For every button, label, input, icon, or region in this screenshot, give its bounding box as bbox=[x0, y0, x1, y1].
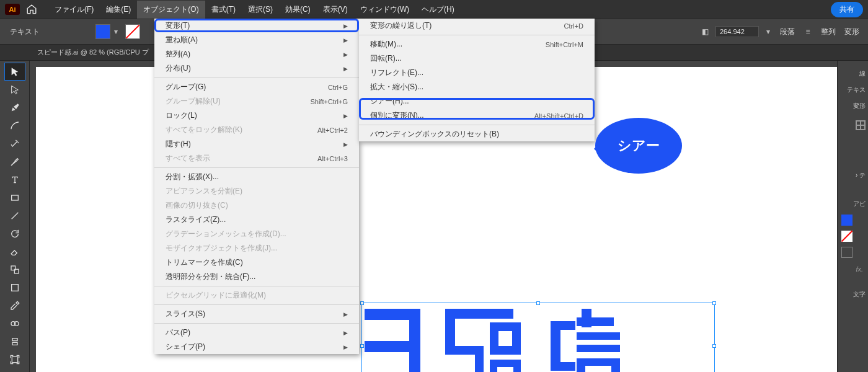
object-menu: 変形(T)重ね順(A)整列(A)分布(U)グループ(G)Ctrl+Gグループ解除… bbox=[154, 19, 359, 354]
menu-item[interactable]: スライス(S) bbox=[154, 307, 359, 321]
menu-item: ピクセルグリッドに最適化(M) bbox=[154, 288, 359, 303]
line-tool[interactable] bbox=[5, 207, 25, 224]
menu-item: モザイクオブジェクトを作成(J)... bbox=[154, 241, 359, 255]
app-logo: Ai bbox=[5, 4, 20, 15]
menu-item[interactable]: グループ(G)Ctrl+G bbox=[154, 80, 359, 94]
menu-item: グループ解除(U)Shift+Ctrl+G bbox=[154, 94, 359, 108]
submenu-item[interactable]: 回転(R)... bbox=[359, 51, 595, 66]
menu-item[interactable]: シェイプ(P) bbox=[154, 340, 359, 354]
menu-item[interactable]: 分割・拡張(X)... bbox=[154, 170, 359, 184]
wand-tool[interactable] bbox=[5, 135, 25, 152]
rtab-char[interactable]: 文字 bbox=[838, 286, 868, 303]
scale-tool[interactable] bbox=[5, 261, 25, 278]
selection-label: テキスト bbox=[10, 27, 40, 37]
transform-label[interactable]: 変形 bbox=[844, 27, 859, 37]
svg-rect-3 bbox=[11, 284, 18, 291]
fx-label[interactable]: fx. bbox=[843, 265, 863, 273]
menu-item[interactable]: パス(P) bbox=[154, 326, 359, 340]
appearance-fill[interactable] bbox=[841, 215, 852, 226]
submenu-item[interactable]: 移動(M)...Shift+Ctrl+M bbox=[359, 37, 595, 51]
menu-file[interactable]: ファイル(F) bbox=[48, 1, 100, 19]
callout-bubble: シアー bbox=[595, 118, 682, 174]
paragraph-label[interactable]: 段落 bbox=[780, 27, 795, 37]
symbol-tool[interactable] bbox=[5, 333, 25, 350]
menu-effect[interactable]: 効果(C) bbox=[279, 1, 317, 19]
home-icon[interactable] bbox=[26, 4, 37, 15]
appearance-stroke[interactable] bbox=[841, 231, 852, 242]
submenu-item[interactable]: シアー(H)... bbox=[359, 94, 595, 108]
menu-item[interactable]: 整列(A) bbox=[154, 47, 359, 61]
menu-item[interactable]: ロック(L) bbox=[154, 108, 359, 123]
appearance-opacity[interactable] bbox=[841, 247, 852, 258]
menu-item[interactable]: 分布(U) bbox=[154, 61, 359, 76]
rtab-theme[interactable]: › テ bbox=[838, 167, 868, 184]
fill-dropdown-icon[interactable]: ▾ bbox=[114, 27, 118, 36]
stroke-swatch[interactable] bbox=[125, 24, 140, 39]
selection-bounding-box[interactable] bbox=[361, 303, 715, 372]
artboard-tool[interactable] bbox=[5, 351, 25, 368]
submenu-item[interactable]: バウンディングボックスのリセット(B) bbox=[359, 127, 595, 141]
menu-item: 画像の切り抜き(C) bbox=[154, 198, 359, 213]
rotate-tool[interactable] bbox=[5, 225, 25, 242]
right-panel: 線 テキス 変形 › テ アピ fx. 文字 bbox=[837, 61, 868, 372]
type-tool[interactable] bbox=[5, 171, 25, 188]
paragraph-icon[interactable]: ≡ bbox=[801, 25, 815, 38]
opacity-dropdown-icon[interactable]: ▾ bbox=[766, 27, 770, 36]
submenu-item[interactable]: 個別に変形(N)...Alt+Shift+Ctrl+D bbox=[359, 108, 595, 123]
rtab-appearance[interactable]: アピ bbox=[838, 196, 868, 212]
menu-item: すべてを表示Alt+Ctrl+3 bbox=[154, 151, 359, 166]
pen-tool[interactable] bbox=[5, 99, 25, 116]
align-label[interactable]: 整列 bbox=[821, 27, 836, 37]
share-button[interactable]: 共有 bbox=[831, 2, 863, 17]
transform-submenu: 変形の繰り返し(T)Ctrl+D移動(M)...Shift+Ctrl+M回転(R… bbox=[359, 19, 595, 141]
menu-item[interactable]: トリムマークを作成(C) bbox=[154, 255, 359, 270]
blend-tool[interactable] bbox=[5, 315, 25, 332]
rtab-transform[interactable]: 変形 bbox=[838, 98, 868, 114]
submenu-item[interactable]: 変形の繰り返し(T)Ctrl+D bbox=[359, 19, 595, 33]
tool-column bbox=[0, 61, 30, 372]
menu-type[interactable]: 書式(T) bbox=[205, 1, 242, 19]
rtab-stroke[interactable]: 線 bbox=[838, 66, 868, 82]
menu-select[interactable]: 選択(S) bbox=[242, 1, 279, 19]
menu-help[interactable]: ヘルプ(H) bbox=[415, 1, 461, 19]
rtab-text[interactable]: テキス bbox=[838, 82, 868, 98]
brush-tool[interactable] bbox=[5, 153, 25, 170]
menu-window[interactable]: ウィンドウ(W) bbox=[354, 1, 415, 19]
menu-object[interactable]: オブジェクト(O) bbox=[137, 1, 205, 19]
gradient-tool[interactable] bbox=[5, 279, 25, 296]
menu-item: アピアランスを分割(E) bbox=[154, 184, 359, 198]
rectangle-tool[interactable] bbox=[5, 189, 25, 206]
menu-item[interactable]: ラスタライズ(Z)... bbox=[154, 213, 359, 227]
menu-edit[interactable]: 編集(E) bbox=[100, 1, 137, 19]
menu-item: グラデーションメッシュを作成(D)... bbox=[154, 227, 359, 241]
direct-selection-tool[interactable] bbox=[5, 81, 25, 98]
svg-rect-6 bbox=[12, 356, 17, 362]
app-logo-text: Ai bbox=[9, 6, 16, 13]
submenu-item[interactable]: リフレクト(E)... bbox=[359, 66, 595, 80]
menu-item[interactable]: 隠す(H) bbox=[154, 137, 359, 151]
opacity-icon[interactable]: ◧ bbox=[698, 25, 712, 38]
menu-item: すべてをロック解除(K)Alt+Ctrl+2 bbox=[154, 123, 359, 137]
eyedropper-tool[interactable] bbox=[5, 297, 25, 314]
menu-view[interactable]: 表示(V) bbox=[317, 1, 354, 19]
opacity-field[interactable] bbox=[715, 26, 759, 37]
grid-icon[interactable] bbox=[856, 120, 866, 130]
menubar: Ai ファイル(F) 編集(E) オブジェクト(O) 書式(T) 選択(S) 効… bbox=[0, 0, 868, 19]
submenu-item[interactable]: 拡大・縮小(S)... bbox=[359, 80, 595, 94]
curvature-tool[interactable] bbox=[5, 117, 25, 134]
selection-tool[interactable] bbox=[5, 63, 25, 80]
menu-item[interactable]: 透明部分を分割・統合(F)... bbox=[154, 270, 359, 284]
menu-item[interactable]: 重ね順(A) bbox=[154, 33, 359, 47]
svg-rect-0 bbox=[11, 195, 18, 200]
menu-item[interactable]: 変形(T) bbox=[154, 19, 359, 33]
eraser-tool[interactable] bbox=[5, 243, 25, 260]
rtab-theme-label: テ bbox=[859, 172, 866, 179]
fill-swatch[interactable] bbox=[95, 24, 110, 39]
